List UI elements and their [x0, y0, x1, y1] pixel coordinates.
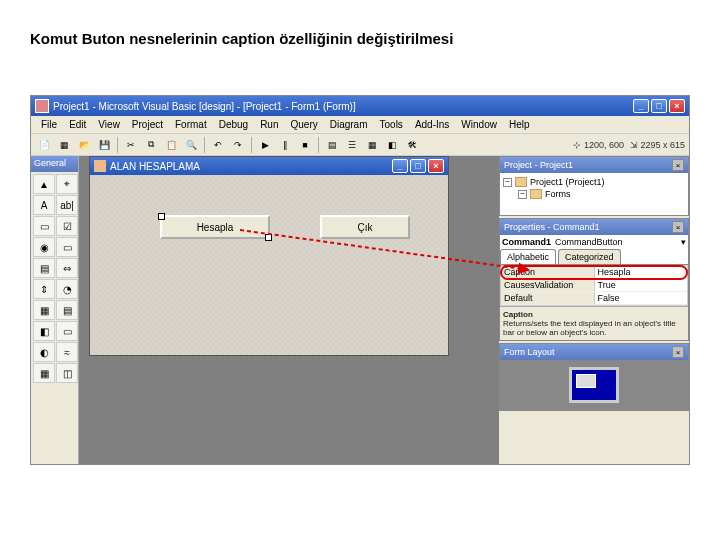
- menu-tools[interactable]: Tools: [374, 117, 409, 132]
- toolbar-toolbox-icon[interactable]: 🛠: [403, 136, 421, 154]
- tree-folder-label: Forms: [545, 189, 571, 199]
- tool-data-icon[interactable]: ◫: [56, 363, 78, 383]
- property-value[interactable]: Hesapla: [595, 266, 688, 278]
- command2-button[interactable]: Çık: [320, 215, 410, 239]
- tool-image-icon[interactable]: ▦: [33, 363, 55, 383]
- toolbar-save-icon[interactable]: 💾: [95, 136, 113, 154]
- tool-combobox-icon[interactable]: ▤: [33, 258, 55, 278]
- coords-label: ⊹ 1200, 600: [573, 140, 624, 150]
- tool-shape-icon[interactable]: ◐: [33, 342, 55, 362]
- menu-run[interactable]: Run: [254, 117, 284, 132]
- close-button[interactable]: ×: [669, 99, 685, 113]
- property-row-caption[interactable]: Caption Hesapla: [501, 266, 687, 279]
- toolbar-stop-icon[interactable]: ■: [296, 136, 314, 154]
- form-title-text: ALAN HESAPLAMA: [110, 161, 200, 172]
- property-value[interactable]: False: [595, 292, 688, 304]
- menu-format[interactable]: Format: [169, 117, 213, 132]
- layout-form-icon[interactable]: [576, 374, 596, 388]
- menu-view[interactable]: View: [92, 117, 126, 132]
- properties-panel-title: Properties - Command1: [504, 222, 600, 232]
- toolbar-sep: [318, 137, 319, 153]
- tool-filelist-icon[interactable]: ▭: [56, 321, 78, 341]
- maximize-button[interactable]: □: [651, 99, 667, 113]
- form-titlebar[interactable]: ALAN HESAPLAMA _ □ ×: [90, 157, 448, 175]
- properties-panel: Properties - Command1 × Command1 Command…: [499, 218, 689, 341]
- form-body[interactable]: Hesapla Çık: [90, 175, 448, 355]
- tree-root-label: Project1 (Project1): [530, 177, 605, 187]
- minimize-button[interactable]: _: [633, 99, 649, 113]
- form-minimize-button[interactable]: _: [392, 159, 408, 173]
- tool-dirlist-icon[interactable]: ◧: [33, 321, 55, 341]
- properties-panel-close-button[interactable]: ×: [672, 221, 684, 233]
- form-maximize-button[interactable]: □: [410, 159, 426, 173]
- form-icon: [94, 160, 106, 172]
- menu-query[interactable]: Query: [284, 117, 323, 132]
- tool-picturebox-icon[interactable]: ⌖: [56, 174, 78, 194]
- toolbar-layout-icon[interactable]: ▦: [363, 136, 381, 154]
- toolbar-pause-icon[interactable]: ‖: [276, 136, 294, 154]
- toolbar-project-icon[interactable]: ▤: [323, 136, 341, 154]
- toolbar-copy-icon[interactable]: ⧉: [142, 136, 160, 154]
- menu-file[interactable]: File: [35, 117, 63, 132]
- tool-textbox-icon[interactable]: ab|: [56, 195, 78, 215]
- menu-debug[interactable]: Debug: [213, 117, 254, 132]
- slide-title: Komut Buton nesnelerinin caption özelliğ…: [0, 0, 720, 57]
- tool-commandbutton-icon[interactable]: ☑: [56, 216, 78, 236]
- tool-line-icon[interactable]: ≈: [56, 342, 78, 362]
- tree-collapse-icon[interactable]: −: [503, 178, 512, 187]
- tool-listbox-icon[interactable]: ⇔: [56, 258, 78, 278]
- toolbar-open-icon[interactable]: 📂: [75, 136, 93, 154]
- toolbar-paste-icon[interactable]: 📋: [162, 136, 180, 154]
- toolbar-cut-icon[interactable]: ✂: [122, 136, 140, 154]
- tab-categorized[interactable]: Categorized: [558, 249, 621, 264]
- right-panels: Project - Project1 × − Project1 (Project…: [499, 156, 689, 464]
- command1-button[interactable]: Hesapla: [160, 215, 270, 239]
- menu-window[interactable]: Window: [455, 117, 503, 132]
- form-layout-close-button[interactable]: ×: [672, 346, 684, 358]
- form-layout-title: Form Layout: [504, 347, 555, 357]
- toolbar-addform-icon[interactable]: ▦: [55, 136, 73, 154]
- toolbar-new-icon[interactable]: 📄: [35, 136, 53, 154]
- property-row[interactable]: CausesValidation True: [501, 279, 687, 292]
- coords-value: 1200, 600: [584, 140, 624, 150]
- tree-folder[interactable]: − Forms: [503, 188, 685, 200]
- form-layout-body[interactable]: [500, 360, 688, 410]
- object-type: CommandButton: [555, 237, 623, 247]
- object-dropdown-icon[interactable]: ▾: [681, 237, 686, 247]
- form-designer-window[interactable]: ALAN HESAPLAMA _ □ × Hesapla Çık: [89, 156, 449, 356]
- toolbar-redo-icon[interactable]: ↷: [229, 136, 247, 154]
- tool-vscroll-icon[interactable]: ◔: [56, 279, 78, 299]
- menu-edit[interactable]: Edit: [63, 117, 92, 132]
- tool-pointer-icon[interactable]: ▲: [33, 174, 55, 194]
- properties-grid[interactable]: Caption Hesapla CausesValidation True De…: [500, 265, 688, 306]
- property-row[interactable]: Default False: [501, 292, 687, 305]
- property-description: Caption Returns/sets the text displayed …: [500, 306, 688, 340]
- form-close-button[interactable]: ×: [428, 159, 444, 173]
- tree-root[interactable]: − Project1 (Project1): [503, 176, 685, 188]
- tool-frame-icon[interactable]: ▭: [33, 216, 55, 236]
- project-explorer-title: Project - Project1: [504, 160, 573, 170]
- object-name: Command1: [502, 237, 551, 247]
- toolbar-object-icon[interactable]: ◧: [383, 136, 401, 154]
- folder-icon: [530, 189, 542, 199]
- tool-option-icon[interactable]: ▭: [56, 237, 78, 257]
- toolbar-find-icon[interactable]: 🔍: [182, 136, 200, 154]
- property-value[interactable]: True: [595, 279, 688, 291]
- tool-checkbox-icon[interactable]: ◉: [33, 237, 55, 257]
- toolbar-undo-icon[interactable]: ↶: [209, 136, 227, 154]
- menu-diagram[interactable]: Diagram: [324, 117, 374, 132]
- tool-label-icon[interactable]: A: [33, 195, 55, 215]
- menu-addins[interactable]: Add-Ins: [409, 117, 455, 132]
- toolbar-props-icon[interactable]: ☰: [343, 136, 361, 154]
- tab-alphabetic[interactable]: Alphabetic: [500, 249, 556, 264]
- tool-hscroll-icon[interactable]: ⇕: [33, 279, 55, 299]
- titlebar-text: Project1 - Microsoft Visual Basic [desig…: [53, 101, 633, 112]
- form-layout-panel: Form Layout ×: [499, 343, 689, 411]
- tool-timer-icon[interactable]: ▦: [33, 300, 55, 320]
- project-explorer-close-button[interactable]: ×: [672, 159, 684, 171]
- menu-help[interactable]: Help: [503, 117, 536, 132]
- tree-collapse-icon[interactable]: −: [518, 190, 527, 199]
- menu-project[interactable]: Project: [126, 117, 169, 132]
- tool-drivelist-icon[interactable]: ▤: [56, 300, 78, 320]
- toolbar-run-icon[interactable]: ▶: [256, 136, 274, 154]
